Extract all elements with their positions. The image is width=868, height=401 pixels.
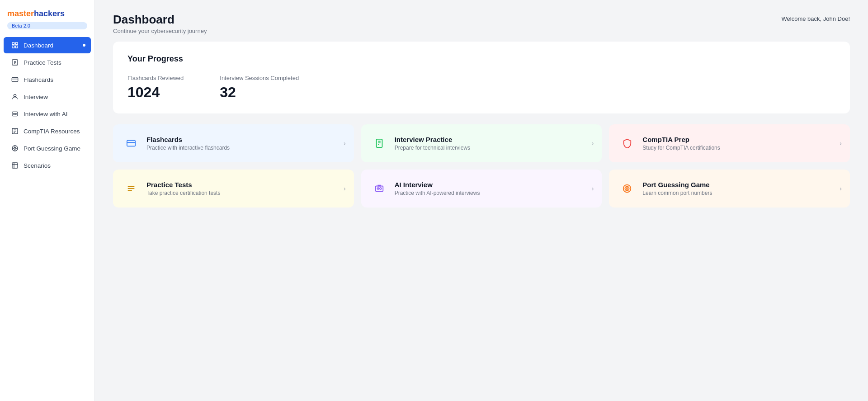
practice-tests-card-title: Practice Tests bbox=[146, 181, 220, 189]
interview-practice-icon bbox=[374, 138, 384, 148]
practice-tests-icon bbox=[11, 58, 19, 66]
shield-icon bbox=[622, 138, 632, 148]
feature-card-flashcards[interactable]: Flashcards Practice with interactive fla… bbox=[113, 124, 354, 162]
flashcards-chevron-icon: › bbox=[344, 140, 346, 147]
sidebar-item-port-guessing[interactable]: Port Guessing Game bbox=[4, 140, 91, 156]
brand-master: master bbox=[7, 9, 34, 18]
practice-tests-card-desc: Take practice certification tests bbox=[146, 190, 220, 196]
target-icon bbox=[622, 184, 632, 193]
comptia-prep-chevron-icon: › bbox=[840, 140, 842, 147]
sidebar-label-dashboard: Dashboard bbox=[24, 42, 53, 49]
page-subtitle: Continue your cybersecurity journey bbox=[113, 28, 207, 34]
flashcards-card-text: Flashcards Practice with interactive fla… bbox=[146, 136, 230, 151]
interview-practice-chevron-icon: › bbox=[592, 140, 594, 147]
sessions-stat-label: Interview Sessions Completed bbox=[220, 75, 299, 81]
interview-practice-card-desc: Prepare for technical interviews bbox=[395, 145, 470, 151]
feature-card-ai-interview[interactable]: AI Interview Practice with AI-powered in… bbox=[361, 170, 602, 208]
flashcards-card-icon-wrap bbox=[122, 134, 140, 152]
sidebar-label-flashcards: Flashcards bbox=[24, 76, 53, 83]
svg-point-38 bbox=[380, 188, 382, 189]
page-title: Dashboard bbox=[113, 13, 207, 27]
progress-card: Your Progress Flashcards Reviewed 1024 I… bbox=[113, 42, 850, 113]
brand-logo: masterhackers bbox=[0, 9, 94, 22]
svg-point-39 bbox=[623, 185, 631, 193]
port-guessing-card-text: Port Guessing Game Learn common port num… bbox=[642, 181, 712, 196]
page-header: Dashboard Continue your cybersecurity jo… bbox=[113, 13, 207, 34]
svg-rect-0 bbox=[12, 42, 14, 45]
welcome-message: Welcome back, John Doe! bbox=[782, 15, 850, 22]
svg-rect-36 bbox=[375, 186, 383, 192]
svg-rect-8 bbox=[12, 77, 18, 81]
svg-rect-24 bbox=[12, 163, 18, 168]
port-guessing-card-desc: Learn common port numbers bbox=[642, 190, 712, 196]
ai-interview-card-desc: Practice with AI-powered interviews bbox=[395, 190, 480, 196]
flashcards-stat-label: Flashcards Reviewed bbox=[127, 75, 184, 81]
sidebar-item-comptia[interactable]: CompTIA Resources bbox=[4, 123, 91, 139]
comptia-prep-card-text: CompTIA Prep Study for CompTIA certifica… bbox=[642, 136, 720, 151]
svg-point-41 bbox=[626, 188, 628, 189]
sessions-stat-value: 32 bbox=[220, 84, 299, 101]
practice-tests-icon-wrap bbox=[122, 179, 140, 198]
comptia-icon bbox=[11, 127, 19, 135]
svg-point-10 bbox=[14, 94, 16, 97]
svg-rect-2 bbox=[12, 46, 14, 48]
practice-tests-card-text: Practice Tests Take practice certificati… bbox=[146, 181, 220, 196]
interview-practice-icon-wrap bbox=[370, 134, 388, 152]
sidebar-item-scenarios[interactable]: Scenarios bbox=[4, 157, 91, 174]
brand-hackers: hackers bbox=[34, 9, 65, 18]
flashcards-card-title: Flashcards bbox=[146, 136, 230, 143]
robot-icon bbox=[374, 184, 384, 193]
svg-rect-3 bbox=[15, 46, 18, 48]
sidebar-item-practice-tests[interactable]: Practice Tests bbox=[4, 54, 91, 71]
sessions-stat: Interview Sessions Completed 32 bbox=[220, 75, 299, 101]
port-guessing-card-icon-wrap bbox=[618, 179, 636, 198]
sidebar: masterhackers Beta 2.0 Dashboard Practic… bbox=[0, 0, 95, 401]
svg-point-19 bbox=[14, 147, 16, 149]
port-guessing-icon bbox=[11, 144, 19, 152]
svg-point-13 bbox=[15, 113, 17, 115]
progress-stats: Flashcards Reviewed 1024 Interview Sessi… bbox=[127, 75, 835, 101]
svg-rect-27 bbox=[127, 141, 135, 146]
sidebar-label-scenarios: Scenarios bbox=[24, 162, 51, 169]
sidebar-item-dashboard[interactable]: Dashboard bbox=[4, 37, 91, 53]
sidebar-item-flashcards[interactable]: Flashcards bbox=[4, 71, 91, 88]
interview-practice-card-title: Interview Practice bbox=[395, 136, 470, 143]
active-dot bbox=[83, 44, 85, 47]
feature-card-practice-tests[interactable]: Practice Tests Take practice certificati… bbox=[113, 170, 354, 208]
ai-interview-chevron-icon: › bbox=[592, 185, 594, 192]
sidebar-item-interview[interactable]: Interview bbox=[4, 89, 91, 105]
sidebar-label-comptia: CompTIA Resources bbox=[24, 128, 80, 135]
interview-practice-card-text: Interview Practice Prepare for technical… bbox=[395, 136, 470, 151]
flashcards-card-icon bbox=[126, 138, 136, 148]
sidebar-label-practice-tests: Practice Tests bbox=[24, 59, 61, 66]
ai-interview-icon-wrap bbox=[370, 179, 388, 198]
practice-tests-chevron-icon: › bbox=[344, 185, 346, 192]
svg-point-12 bbox=[14, 113, 15, 115]
sidebar-label-interview-ai: Interview with AI bbox=[24, 111, 68, 118]
flashcards-stat-value: 1024 bbox=[127, 84, 184, 101]
comptia-prep-icon-wrap bbox=[618, 134, 636, 152]
feature-card-interview-practice[interactable]: Interview Practice Prepare for technical… bbox=[361, 124, 602, 162]
port-guessing-card-title: Port Guessing Game bbox=[642, 181, 712, 189]
comptia-prep-card-desc: Study for CompTIA certifications bbox=[642, 145, 720, 151]
feature-card-port-guessing[interactable]: Port Guessing Game Learn common port num… bbox=[609, 170, 850, 208]
flashcards-stat: Flashcards Reviewed 1024 bbox=[127, 75, 184, 101]
svg-point-37 bbox=[377, 188, 379, 189]
ai-interview-card-title: AI Interview bbox=[395, 181, 480, 189]
ai-interview-card-text: AI Interview Practice with AI-powered in… bbox=[395, 181, 480, 196]
interview-ai-icon bbox=[11, 110, 19, 118]
sidebar-label-interview: Interview bbox=[24, 94, 48, 100]
flashcards-card-desc: Practice with interactive flashcards bbox=[146, 145, 230, 151]
interview-icon bbox=[11, 93, 19, 101]
list-icon bbox=[126, 184, 136, 193]
svg-point-40 bbox=[625, 186, 629, 190]
port-guessing-chevron-icon: › bbox=[840, 185, 842, 192]
scenarios-icon bbox=[11, 161, 19, 170]
feature-card-comptia-prep[interactable]: CompTIA Prep Study for CompTIA certifica… bbox=[609, 124, 850, 162]
top-bar: Dashboard Continue your cybersecurity jo… bbox=[95, 0, 868, 42]
main-content: Dashboard Continue your cybersecurity jo… bbox=[95, 0, 868, 401]
dashboard-icon bbox=[11, 41, 19, 49]
progress-title: Your Progress bbox=[127, 54, 835, 64]
feature-grid: Flashcards Practice with interactive fla… bbox=[113, 124, 850, 208]
sidebar-item-interview-ai[interactable]: Interview with AI bbox=[4, 106, 91, 122]
